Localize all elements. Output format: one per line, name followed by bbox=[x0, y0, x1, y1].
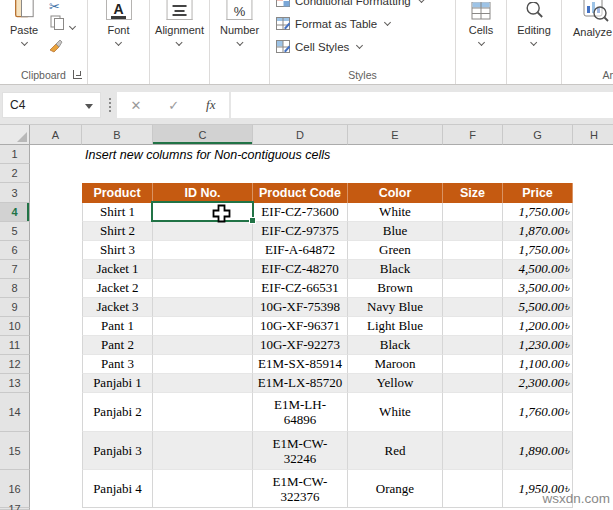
select-all-corner[interactable] bbox=[0, 125, 30, 145]
row-header-2[interactable]: 2 bbox=[0, 164, 30, 183]
cell-D2[interactable] bbox=[253, 164, 348, 183]
cells-button[interactable]: Cells bbox=[468, 0, 494, 45]
cell-C2[interactable] bbox=[153, 164, 253, 183]
cell-A13[interactable] bbox=[30, 374, 82, 393]
cell-C15[interactable] bbox=[153, 432, 253, 470]
cell-C3[interactable]: ID No. bbox=[153, 183, 253, 203]
cell-A7[interactable] bbox=[30, 260, 82, 279]
cell-D15[interactable]: E1M-CW-32246 bbox=[253, 432, 348, 470]
cell-B12[interactable]: Pant 3 bbox=[82, 355, 153, 374]
cell-H12[interactable] bbox=[573, 355, 613, 374]
enter-icon[interactable]: ✓ bbox=[168, 98, 179, 113]
column-header-F[interactable]: F bbox=[443, 125, 503, 145]
cell-E9[interactable]: Navy Blue bbox=[348, 298, 443, 317]
cell-H1[interactable] bbox=[573, 145, 613, 164]
cell-E12[interactable]: Maroon bbox=[348, 355, 443, 374]
row-header-6[interactable]: 6 bbox=[0, 241, 30, 260]
cell-G9[interactable]: 5,500.00৳ bbox=[503, 298, 573, 317]
cell-E11[interactable]: Black bbox=[348, 336, 443, 355]
row-header-12[interactable]: 12 bbox=[0, 355, 30, 374]
cell-E16[interactable]: Orange bbox=[348, 470, 443, 508]
cell-A2[interactable] bbox=[30, 164, 82, 183]
cell-D13[interactable]: E1M-LX-85720 bbox=[253, 374, 348, 393]
cell-H13[interactable] bbox=[573, 374, 613, 393]
font-button[interactable]: A Font bbox=[106, 0, 132, 45]
cell-D4[interactable]: EIF-CZ-73600 bbox=[253, 203, 348, 222]
cell-E8[interactable]: Brown bbox=[348, 279, 443, 298]
cell-A12[interactable] bbox=[30, 355, 82, 374]
cell-F15[interactable] bbox=[443, 432, 503, 470]
cell-H6[interactable] bbox=[573, 241, 613, 260]
cell-C10[interactable] bbox=[153, 317, 253, 336]
cell-H11[interactable] bbox=[573, 336, 613, 355]
row-header-15[interactable]: 15 bbox=[0, 432, 30, 470]
cell-B14[interactable]: Panjabi 2 bbox=[82, 393, 153, 432]
cell-B11[interactable]: Pant 2 bbox=[82, 336, 153, 355]
copy-chevron-icon[interactable] bbox=[69, 23, 76, 30]
cell-B3[interactable]: Product bbox=[82, 183, 153, 203]
cell-E5[interactable]: Blue bbox=[348, 222, 443, 241]
cell-H3[interactable] bbox=[573, 183, 613, 203]
cell-F2[interactable] bbox=[443, 164, 503, 183]
formula-bar-resize-handle[interactable] bbox=[109, 98, 111, 112]
cell-D16[interactable]: E1M-CW-322376 bbox=[253, 470, 348, 508]
cell-G2[interactable] bbox=[503, 164, 573, 183]
row-header-8[interactable]: 8 bbox=[0, 279, 30, 298]
format-painter-button[interactable] bbox=[48, 38, 64, 57]
cell-G3[interactable]: Price bbox=[503, 183, 573, 203]
cell-A1[interactable] bbox=[30, 145, 82, 164]
cell-F11[interactable] bbox=[443, 336, 503, 355]
name-box[interactable]: C4 bbox=[2, 92, 101, 118]
cell-G1[interactable] bbox=[503, 145, 573, 164]
number-button[interactable]: % Number bbox=[220, 0, 259, 45]
cell-F5[interactable] bbox=[443, 222, 503, 241]
cell-G10[interactable]: 1,200.00৳ bbox=[503, 317, 573, 336]
cell-F4[interactable] bbox=[443, 203, 503, 222]
insert-function-icon[interactable]: fx bbox=[206, 97, 215, 113]
column-header-C[interactable]: C bbox=[153, 125, 253, 145]
format-as-table-button[interactable]: Format as Table bbox=[276, 17, 390, 30]
column-header-G[interactable]: G bbox=[503, 125, 573, 145]
cell-B13[interactable]: Panjabi 1 bbox=[82, 374, 153, 393]
cell-G13[interactable]: 2,300.00৳ bbox=[503, 374, 573, 393]
row-header-9[interactable]: 9 bbox=[0, 298, 30, 317]
cell-E4[interactable]: White bbox=[348, 203, 443, 222]
cell-F9[interactable] bbox=[443, 298, 503, 317]
clipboard-dialog-launcher[interactable] bbox=[73, 70, 82, 79]
cell-G6[interactable]: 1,750.00৳ bbox=[503, 241, 573, 260]
row-header-10[interactable]: 10 bbox=[0, 317, 30, 336]
cell-D8[interactable]: EIF-CZ-66531 bbox=[253, 279, 348, 298]
cell-A3[interactable] bbox=[30, 183, 82, 203]
cell-E13[interactable]: Yellow bbox=[348, 374, 443, 393]
cell-D9[interactable]: 10G-XF-75398 bbox=[253, 298, 348, 317]
formula-input[interactable] bbox=[231, 92, 613, 118]
cell-A4[interactable] bbox=[30, 203, 82, 222]
cell-H14[interactable] bbox=[573, 393, 613, 432]
cut-button[interactable]: ✂ bbox=[49, 0, 60, 15]
cell-F7[interactable] bbox=[443, 260, 503, 279]
row-header-11[interactable]: 11 bbox=[0, 336, 30, 355]
cell-C6[interactable] bbox=[153, 241, 253, 260]
cell-E7[interactable]: Black bbox=[348, 260, 443, 279]
cell-B8[interactable]: Jacket 2 bbox=[82, 279, 153, 298]
cell-H7[interactable] bbox=[573, 260, 613, 279]
cell-F13[interactable] bbox=[443, 374, 503, 393]
cell-E3[interactable]: Color bbox=[348, 183, 443, 203]
cell-G5[interactable]: 1,870.00৳ bbox=[503, 222, 573, 241]
cell-E15[interactable]: Red bbox=[348, 432, 443, 470]
cell-F6[interactable] bbox=[443, 241, 503, 260]
cell-G7[interactable]: 4,500.00৳ bbox=[503, 260, 573, 279]
cell-C14[interactable] bbox=[153, 393, 253, 432]
cell-F1[interactable] bbox=[443, 145, 503, 164]
row-header-13[interactable]: 13 bbox=[0, 374, 30, 393]
cell-E6[interactable]: Green bbox=[348, 241, 443, 260]
alignment-button[interactable]: Alignment bbox=[155, 0, 204, 45]
cell-G11[interactable]: 1,230.00৳ bbox=[503, 336, 573, 355]
cell-E14[interactable]: White bbox=[348, 393, 443, 432]
cell-B5[interactable]: Shirt 2 bbox=[82, 222, 153, 241]
cell-G14[interactable]: 1,760.00৳ bbox=[503, 393, 573, 432]
cell-F12[interactable] bbox=[443, 355, 503, 374]
cell-H4[interactable] bbox=[573, 203, 613, 222]
column-header-B[interactable]: B bbox=[82, 125, 153, 145]
cell-A8[interactable] bbox=[30, 279, 82, 298]
